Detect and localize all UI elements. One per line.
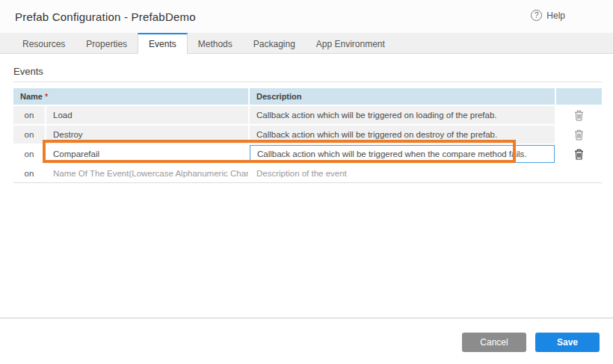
tab-packaging[interactable]: Packaging — [243, 33, 306, 53]
save-button[interactable]: Save — [535, 333, 600, 352]
tab-methods[interactable]: Methods — [188, 33, 243, 53]
events-section-title: Events — [13, 66, 43, 77]
event-row-load: on Load Callback action which will be tr… — [13, 106, 602, 124]
section-divider — [13, 81, 602, 82]
new-event-description-input[interactable] — [250, 164, 555, 182]
trash-icon — [574, 149, 584, 160]
tab-properties[interactable]: Properties — [76, 33, 138, 53]
event-name-input[interactable]: Comparefail — [46, 145, 248, 163]
help-label: Help — [546, 10, 565, 21]
tab-bar: Resources Properties Events Methods Pack… — [0, 33, 613, 54]
table-header-row: Name * Description — [13, 88, 602, 105]
delete-event-button[interactable] — [573, 108, 585, 123]
tab-app-environment[interactable]: App Environment — [306, 33, 395, 53]
titlebar: Prefab Configuration - PrefabDemo ? Help — [0, 0, 613, 33]
dialog-title: Prefab Configuration - PrefabDemo — [15, 10, 196, 23]
new-event-row: on — [13, 164, 602, 183]
description-column-header: Description — [250, 88, 555, 105]
event-name-field[interactable]: Destroy — [46, 126, 248, 144]
event-prefix: on — [13, 106, 45, 124]
tab-resources[interactable]: Resources — [12, 33, 76, 53]
event-row-destroy: on Destroy Callback action which will be… — [13, 126, 602, 144]
new-event-name-input[interactable] — [46, 164, 248, 182]
cancel-button[interactable]: Cancel — [462, 333, 526, 352]
footer-divider — [0, 318, 613, 318]
actions-column-header — [556, 88, 602, 105]
event-prefix: on — [13, 126, 45, 144]
event-name-field[interactable]: Load — [46, 106, 248, 124]
prefab-configuration-dialog: Prefab Configuration - PrefabDemo ? Help… — [0, 0, 613, 364]
event-prefix: on — [13, 164, 45, 182]
events-table: Name * Description on Load Callback acti… — [13, 88, 602, 185]
event-description-input[interactable] — [250, 145, 555, 163]
required-asterisk: * — [45, 92, 48, 101]
trash-icon — [574, 129, 584, 141]
event-row-comparefail: on Comparefail — [13, 145, 602, 163]
tab-events[interactable]: Events — [138, 33, 188, 54]
delete-event-button[interactable] — [573, 128, 585, 142]
event-description-field[interactable]: Callback action which will be triggered … — [250, 126, 555, 144]
help-question-icon: ? — [531, 10, 542, 21]
event-prefix: on — [13, 145, 45, 163]
name-column-header: Name * — [13, 88, 248, 105]
trash-icon — [574, 110, 584, 121]
help-button[interactable]: ? Help — [531, 10, 565, 21]
event-description-field[interactable]: Callback action which will be triggered … — [250, 106, 555, 124]
delete-event-button[interactable] — [573, 147, 585, 161]
